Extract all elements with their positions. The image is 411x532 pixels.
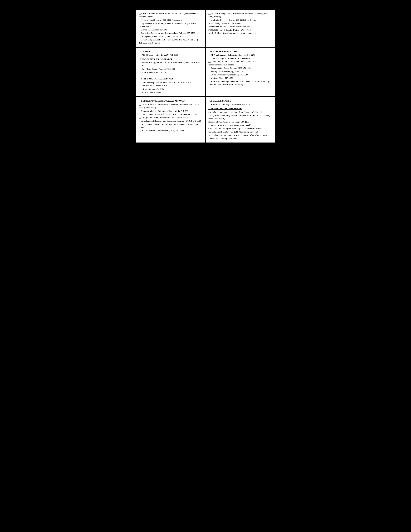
item-aa: __AA/NA/Alanon/Alateen: Call AA Central … [139,12,203,18]
item-tidelands: Tidelands Counseling: 543-5060 [208,137,272,140]
item-cdrc: Child Development Resource Center (CDRC)… [139,81,203,84]
item-sarp: __Sexual Assault Recovery and Prevention… [139,119,203,123]
item-marthas: Martha’s Place: 547-1650 [139,91,203,94]
item-kinship-foster: __Kinship Center (Fostering): 434-2126 [208,70,272,73]
bottom-left-box: __DOMESTIC VIOLENCE/SEXUAL ASSAULT __CAD… [136,97,205,142]
top-right-box: __Gryphon Society: 550-8140 (men) and 45… [206,10,275,47]
item-pflag: Parents, Family, and Friends of Lesbians… [139,61,203,67]
pregnancy-title: _PREGNANCY/PARENTING: [208,50,272,53]
legal-title: _LEGAL ASSISTANCE [208,99,272,103]
item-center-recovery: Center for Counseling and Recovery: 227-… [208,127,272,130]
item-slo-womens: __SLO Women’s Shelter Program (WSP): 781… [139,129,203,132]
item-hospice: Hospice of SLO (Grief Counseling): 544-2… [208,120,272,124]
item-tranz: Tranz Central Coast: 242-3821 [139,71,203,74]
item-pogue: POGUE (County D & A for Mothers): 781-47… [208,28,272,32]
dv-title: __DOMESTIC VIOLENCE/SEXUAL ASSAULT [139,99,203,103]
child-title: __CHILD AND FAMILY SERVICES: [139,77,203,80]
item-peppertree-counseling: Peppertree Counseling: 545-9449 (Pismo B… [208,124,272,127]
item-lifestyles: __LifeStyles Recovery Center: 238-2290, … [208,18,272,22]
item-kinship: Kinship Center: 434-2126 [139,87,203,91]
item-family-care: Family Care Network: 781-3535 [139,84,203,87]
item-cdc: __Child Development Center (CDC): 544-08… [208,57,272,60]
item-slo-adult: SLO Adult Learning: 543-7732 (SLO County… [208,134,272,137]
item-north-county-womens: __North County Women’s Shelter and Resou… [139,113,203,116]
counseling-title: _COUNSELING ALTERNATIVES: [208,107,272,110]
item-marthas-place: __Martha’s Place: 547-1650 [208,76,272,80]
item-slocap: __SLOCAP Parenting Phone Line: 543-3700 … [208,80,272,83]
top-grid: __AA/NA/Alanon/Alateen: Call AA Central … [136,10,275,47]
item-capslo: __Community Action Partnership (CAPSLO):… [208,60,272,66]
bottom-right-box: _LEGAL ASSISTANCE California Rural Legal… [206,97,275,142]
item-rise: __RISE (North County Women’s Shelter/ SA… [139,116,203,119]
item-alpha: __ALPHA Pregnancy & Parenting Support: 5… [208,53,272,57]
item-young-adult: Young Adult Counseling Program 461-6080 … [208,114,272,120]
item-cal-poly-health: Cal Poly Health Center: 756-2511 (Counse… [208,130,272,133]
top-left-box: __AA/NA/Alanon/Alateen: Call AA Central … [136,10,205,47]
mid-right-box: _PREGNANCY/PARENTING: __ALPHA Pregnancy … [206,48,275,96]
item-link: The Link: 466-5404 (Family Advocate) [208,83,272,86]
hiv-title: _HIV/AIDS: [139,50,203,53]
item-peppertree: Peppertree Counseling (Pismo Beach): 545… [208,25,272,28]
item-dv-solutions: __Domestic Violence Solutions of Santa M… [139,109,203,113]
item-cadv: __CADV (Center for Alternatives to Domes… [139,103,203,109]
item-asn: AIDS Support Network: (ASN) 781-3660 [139,53,203,57]
item-gryphon: __Gryphon Society: 550-8140 (men) and 45… [208,12,272,18]
item-gay-mens: Gay Men’s Group (Fusion): 781-3660 [139,67,203,71]
item-lop: __Latino Outreach Program (LOP): 541-528… [208,73,272,76]
item-captive: __Captive Hearts: 481-4500 (Women’s Resi… [139,22,203,28]
page: __AA/NA/Alanon/Alateen: Call AA Central … [133,6,278,146]
item-cambria: __Cambria Connection: 927-1654 [139,28,203,31]
item-center-counseling: __Center for Counseling and Recovery (Pa… [139,31,203,35]
item-aegis: __Aegis Medical Systems: 461-5212, Atasc… [139,18,203,22]
item-dss: __Department of Social Services (DSS): 7… [208,66,272,70]
gay-title: _GAY, LESBIAN, TRANSGENDER: [139,57,203,61]
mid-grid: _HIV/AIDS: AIDS Support Network: (ASN) 7… [136,48,275,96]
mid-left-box: _HIV/AIDS: AIDS Support Network: (ASN) 7… [136,48,205,96]
item-slo-probation: __SLO County Probation Solutions Unlimit… [139,123,203,129]
item-county-drug: __County Drug & Alcohol: 781-4375 (SLO),… [139,38,203,45]
bottom-grid: __DOMESTIC VIOLENCE/SEXUAL ASSAULT __CAD… [136,97,275,142]
item-cal-poly-clinic: Cal Poly Community Counseling Clinic (Pr… [208,111,272,114]
item-crla: California Rural Legal Assistance: 544-7… [208,103,272,106]
item-aca: Adult Children of Alcoholics (ACA) www.a… [208,32,272,35]
item-cottage: __Cottage Outpatient Center: (COPE) 541-… [139,35,203,38]
item-north-county-conn: North County Connection: 462-8600, [208,22,272,25]
